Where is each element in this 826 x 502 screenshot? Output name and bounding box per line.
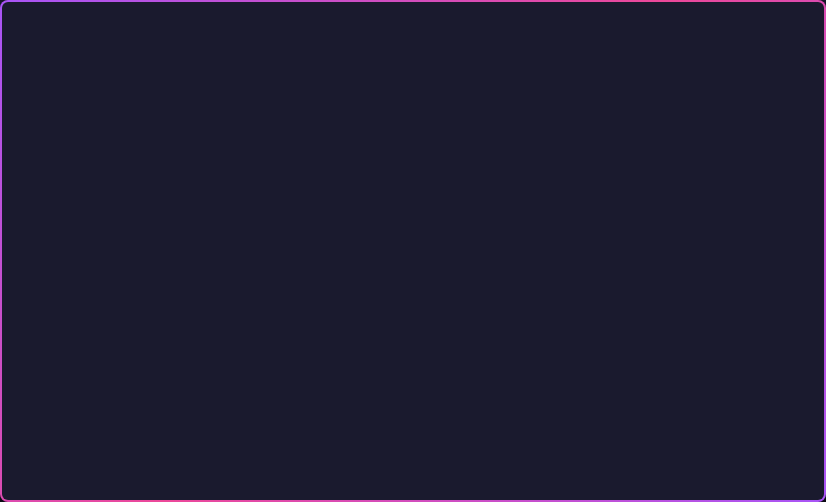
svg-point-11 xyxy=(546,297,560,307)
voice-play-dave[interactable]: ≋ xyxy=(501,288,509,299)
dialog: Select Dubbing Parameters ✕ What's the l… xyxy=(173,90,653,449)
voice-name-alex: Alex xyxy=(465,341,495,355)
dialog-title: Select Dubbing Parameters xyxy=(198,115,628,132)
voice-card-dave[interactable]: Dave ≋ xyxy=(420,271,520,317)
filter-tab-educational[interactable]: Educational xyxy=(236,241,314,259)
voice-filter-tabs: All Educational Social Media News Narrat… xyxy=(198,241,628,259)
voice-card-mike[interactable]: Mike ≋ xyxy=(311,325,411,371)
title-bar: doproj 🛒 Buy Now ✉ ↺ 👤 | ─ □ ✕ xyxy=(0,0,826,36)
voice-name-dave: Dave xyxy=(465,287,495,301)
voice-play-james[interactable]: ≋ xyxy=(284,342,292,353)
buy-now-icon: 🛒 xyxy=(568,11,582,24)
svg-point-20 xyxy=(438,351,452,361)
close-button[interactable]: ✕ xyxy=(794,8,814,28)
svg-point-22 xyxy=(548,340,558,350)
voice-avatar-bella xyxy=(539,334,567,362)
voice-avatar-bob xyxy=(322,280,350,308)
voice-avatar-lili xyxy=(539,280,567,308)
title-bar-right: 🛒 Buy Now ✉ ↺ 👤 | ─ □ ✕ xyxy=(558,8,814,28)
voice-play-alex[interactable]: ≋ xyxy=(501,342,509,353)
voice-card-lili[interactable]: Lili ≋ xyxy=(528,271,628,317)
voice-card-james[interactable]: James ≋ xyxy=(198,325,303,371)
voice-grid: Nancy ≋ Bob ≋ Dave ≋ xyxy=(198,271,628,371)
filter-tab-news[interactable]: News xyxy=(409,241,457,259)
voice-name-bob: Bob xyxy=(356,287,386,301)
svg-point-10 xyxy=(548,286,558,296)
svg-point-8 xyxy=(438,297,452,307)
modal-overlay: Select Dubbing Parameters ✕ What's the l… xyxy=(0,36,826,502)
voice-name-lili: Lili xyxy=(573,287,603,301)
voice-card-nancy[interactable]: Nancy ≋ xyxy=(198,271,303,317)
language-select-wrapper: English (US) English (UK) Spanish French… xyxy=(198,169,628,202)
voice-avatar-dave xyxy=(431,280,459,308)
svg-point-16 xyxy=(331,340,341,350)
mail-button[interactable]: ✉ xyxy=(646,8,666,28)
voice-avatar-mike xyxy=(322,334,350,362)
filter-tab-social-media[interactable]: Social Media xyxy=(320,241,403,259)
minimize-button[interactable]: ─ xyxy=(748,8,766,28)
voice-card-bob[interactable]: Bob ≋ xyxy=(311,271,411,317)
voice-name-mike: Mike xyxy=(356,341,386,355)
voice-avatar-james xyxy=(209,334,237,362)
ok-button[interactable]: OK xyxy=(324,391,399,424)
voice-name-label: Voice Name: xyxy=(198,218,628,233)
voice-avatar-nancy xyxy=(209,280,237,308)
cancel-button[interactable]: Cancel xyxy=(411,391,501,424)
language-select[interactable]: English (US) English (UK) Spanish French… xyxy=(198,169,628,202)
main-area: ↑ Export Subtitle Auto subitles ← Text S… xyxy=(0,36,826,502)
voice-name-bella: Bella xyxy=(573,341,603,355)
voice-play-bella[interactable]: ≋ xyxy=(609,342,617,353)
user-button[interactable]: 👤 xyxy=(698,8,723,28)
buy-now-button[interactable]: 🛒 Buy Now xyxy=(558,8,640,27)
refresh-button[interactable]: ↺ xyxy=(672,8,692,28)
voice-name-james: James xyxy=(243,341,278,355)
svg-point-5 xyxy=(329,297,343,307)
svg-point-14 xyxy=(216,351,230,361)
voice-play-lili[interactable]: ≋ xyxy=(609,288,617,299)
voice-play-mike[interactable]: ≋ xyxy=(393,342,401,353)
dialog-buttons: OK Cancel xyxy=(198,391,628,424)
filter-tab-all[interactable]: All xyxy=(198,241,230,259)
dialog-close-button[interactable]: ✕ xyxy=(623,107,636,126)
svg-point-23 xyxy=(546,351,560,361)
language-field-label: What's the language of this title? xyxy=(198,148,628,163)
app-logo: doproj xyxy=(12,10,52,25)
buy-now-label: Buy Now xyxy=(586,12,630,24)
svg-point-1 xyxy=(218,286,228,296)
svg-point-17 xyxy=(329,351,343,361)
voice-play-nancy[interactable]: ≋ xyxy=(284,288,292,299)
voice-card-bella[interactable]: Bella ≋ xyxy=(528,325,628,371)
svg-point-4 xyxy=(331,286,341,296)
svg-point-7 xyxy=(440,286,450,296)
filter-tab-narration[interactable]: Narration xyxy=(462,241,527,259)
svg-point-19 xyxy=(440,340,450,350)
svg-point-13 xyxy=(218,340,228,350)
voice-name-nancy: Nancy xyxy=(243,287,278,301)
voice-play-bob[interactable]: ≋ xyxy=(393,288,401,299)
voice-card-alex[interactable]: Alex ≋ xyxy=(420,325,520,371)
maximize-button[interactable]: □ xyxy=(772,8,788,28)
svg-point-2 xyxy=(216,297,230,307)
title-bar-left: doproj xyxy=(12,10,52,25)
separator: | xyxy=(729,9,741,27)
voice-avatar-alex xyxy=(431,334,459,362)
